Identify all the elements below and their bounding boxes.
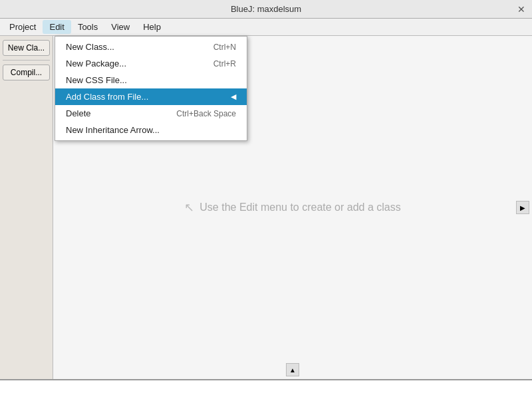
hint-text: Use the Edit menu to create or add a cla… xyxy=(200,201,400,213)
dropdown-new-class-label: New Class... xyxy=(66,42,114,52)
dropdown-new-package[interactable]: New Package... Ctrl+R xyxy=(55,55,247,72)
close-button[interactable]: ✕ xyxy=(516,4,527,15)
dropdown-new-package-shortcut: Ctrl+R xyxy=(213,59,236,68)
dropdown-new-inheritance-arrow-label: New Inheritance Arrow... xyxy=(66,125,160,135)
hint-arrow-icon: ↖ xyxy=(184,200,194,215)
cursor-icon: ◀ xyxy=(231,92,236,101)
dropdown-add-class-from-file-label: Add Class from File... xyxy=(66,92,148,102)
edit-dropdown-menu: New Class... Ctrl+N New Package... Ctrl+… xyxy=(55,36,247,141)
title-bar: BlueJ: maxdelsum ✕ xyxy=(0,0,532,19)
menu-item-tools[interactable]: Tools xyxy=(71,20,104,34)
scroll-down-button[interactable]: ▲ xyxy=(286,363,299,376)
menu-item-help[interactable]: Help xyxy=(136,20,168,34)
sidebar: New Cla... Compil... xyxy=(0,36,53,379)
dropdown-new-class-shortcut: Ctrl+N xyxy=(213,43,236,52)
menu-bar: Project Edit Tools View Help xyxy=(0,19,532,36)
dropdown-new-css-file[interactable]: New CSS File... xyxy=(55,72,247,88)
dropdown-new-package-label: New Package... xyxy=(66,59,126,68)
menu-item-edit[interactable]: Edit xyxy=(43,20,70,34)
compile-button[interactable]: Compil... xyxy=(3,65,50,80)
new-class-button[interactable]: New Cla... xyxy=(3,40,50,56)
app-title: BlueJ: maxdelsum xyxy=(231,4,301,14)
menu-item-project[interactable]: Project xyxy=(3,20,43,34)
menu-item-view[interactable]: View xyxy=(104,20,136,34)
dropdown-delete[interactable]: Delete Ctrl+Back Space xyxy=(55,105,247,122)
scroll-right-button[interactable]: ▶ xyxy=(516,201,529,214)
dropdown-new-css-file-label: New CSS File... xyxy=(66,75,127,85)
dropdown-new-inheritance-arrow[interactable]: New Inheritance Arrow... xyxy=(55,122,247,138)
sidebar-divider xyxy=(3,60,50,61)
canvas-hint: ↖ Use the Edit menu to create or add a c… xyxy=(184,200,400,215)
dropdown-delete-label: Delete xyxy=(66,108,91,118)
dropdown-new-class[interactable]: New Class... Ctrl+N xyxy=(55,39,247,55)
dropdown-delete-shortcut: Ctrl+Back Space xyxy=(176,109,236,118)
dropdown-add-class-from-file[interactable]: Add Class from File... ◀ xyxy=(55,88,247,105)
bottom-output-area: ▶ xyxy=(0,379,532,399)
